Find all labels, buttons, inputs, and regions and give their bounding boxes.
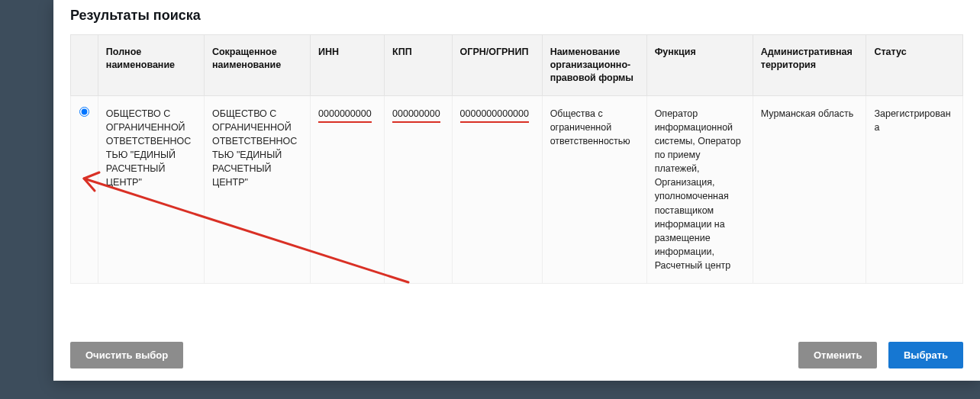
col-status: Статус: [866, 35, 963, 96]
cell-legal-form: Общества с ограниченной ответственностью: [542, 95, 646, 284]
footer-right: Отменить Выбрать: [791, 342, 963, 368]
col-ogrn: ОГРН/ОГРНИП: [452, 35, 542, 96]
cell-inn: 0000000000: [311, 95, 385, 284]
row-radio-cell: [71, 95, 98, 284]
search-results-modal: Результаты поиска Полное наименование Со…: [53, 0, 980, 381]
cancel-button[interactable]: Отменить: [798, 342, 878, 368]
page-title: Результаты поиска: [70, 8, 963, 24]
col-kpp: КПП: [385, 35, 453, 96]
modal-body: Полное наименование Сокращенное наименов…: [53, 34, 980, 328]
cell-kpp-value: 000000000: [392, 107, 440, 123]
row-select-radio[interactable]: [79, 107, 89, 117]
col-territory: Административная территория: [753, 35, 866, 96]
cell-full-name: ОБЩЕСТВО С ОГРАНИЧЕННОЙ ОТВЕТСТВЕННОСТЬЮ…: [98, 95, 204, 284]
cell-function: Оператор информационной системы, Операто…: [646, 95, 753, 284]
results-table: Полное наименование Сокращенное наименов…: [70, 34, 963, 284]
col-legal-form: Наименование организационно-правовой фор…: [542, 35, 646, 96]
cell-ogrn: 0000000000000: [452, 95, 542, 284]
cell-ogrn-value: 0000000000000: [460, 107, 529, 123]
table-header-row: Полное наименование Сокращенное наименов…: [71, 35, 963, 96]
table-row[interactable]: ОБЩЕСТВО С ОГРАНИЧЕННОЙ ОТВЕТСТВЕННОСТЬЮ…: [71, 95, 963, 284]
col-function: Функция: [646, 35, 753, 96]
cell-inn-value: 0000000000: [318, 107, 372, 123]
cell-short-name: ОБЩЕСТВО С ОГРАНИЧЕННОЙ ОТВЕТСТВЕННОСТЬЮ…: [204, 95, 310, 284]
footer-left: Очистить выбор: [70, 342, 183, 368]
modal-header: Результаты поиска: [53, 0, 980, 34]
cell-kpp: 000000000: [385, 95, 453, 284]
select-button[interactable]: Выбрать: [888, 342, 963, 368]
col-short-name: Сокращенное наименование: [204, 35, 310, 96]
col-full-name: Полное наименование: [98, 35, 204, 96]
clear-selection-button[interactable]: Очистить выбор: [70, 342, 183, 368]
cell-territory: Мурманская область: [753, 95, 866, 284]
cell-status: Зарегистрирована: [866, 95, 963, 284]
col-radio: [71, 35, 98, 96]
col-inn: ИНН: [311, 35, 385, 96]
modal-footer: Очистить выбор Отменить Выбрать: [53, 328, 980, 381]
